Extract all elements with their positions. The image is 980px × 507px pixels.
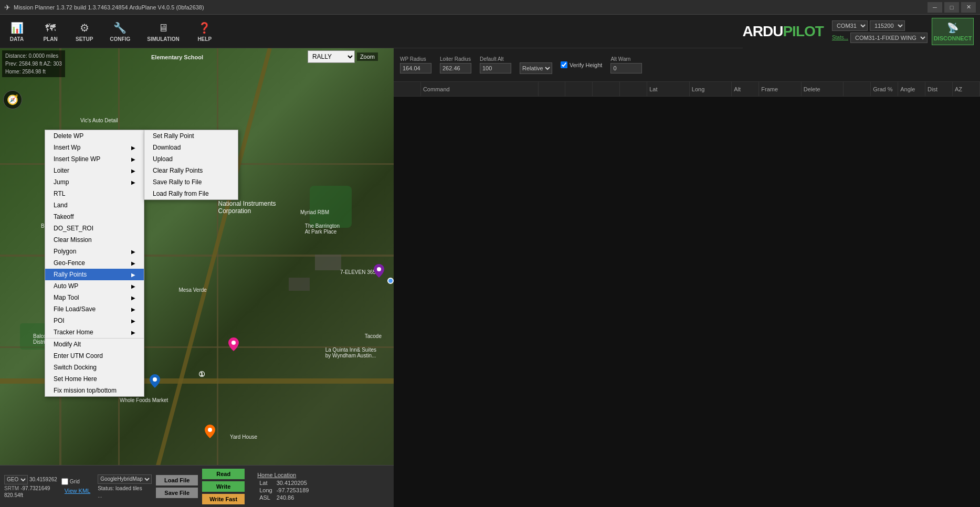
ctx-poi[interactable]: POI ▶ [45,315,144,326]
ctx-land[interactable]: Land [45,199,144,211]
map-label-tacode: Tacode [363,333,383,340]
th-frame-text: Frame [761,86,778,92]
alt-warn-input[interactable] [610,63,642,73]
menu-config[interactable]: 🔧 CONFIG [106,18,134,44]
verify-height-checkbox[interactable] [561,61,567,68]
save-file-button[interactable]: Save File [156,488,198,498]
map-label-school: Elementary School [150,54,205,61]
view-kml-link[interactable]: View KML [61,487,93,495]
ctx-insert-wp[interactable]: Insert Wp ▶ [45,142,144,153]
ctx-delete-wp[interactable]: Delete WP [45,130,144,142]
maximize-button[interactable]: □ [944,2,959,13]
ctx-enter-utm-coord[interactable]: Enter UTM Coord [45,350,144,362]
default-alt-label: Default Alt [480,56,511,62]
svg-point-6 [153,377,157,382]
ctx-label-map-tool: Map Tool [54,294,79,301]
menu-plan[interactable]: 🗺 PLAN [38,18,63,44]
grid-checkbox[interactable] [61,478,68,485]
load-file-button[interactable]: Load File [156,475,198,485]
map-label-yardhouse: Yard House [228,434,259,440]
th-delete: Delete [802,82,844,96]
sub-save-rally-to-file[interactable]: Save Rally to File [144,176,238,188]
coord-mode-select[interactable]: GEO [4,475,28,484]
com-port-select[interactable]: COM31 [832,20,868,31]
menu-data[interactable]: 📊 DATA [4,18,29,44]
map-park [310,186,352,228]
home-lng-value: -97.7253189 [275,487,311,494]
sub-clear-rally-points[interactable]: Clear Rally Points [144,165,238,176]
status-text: Status: loaded tiles [98,485,152,491]
sub-download[interactable]: Download [144,142,238,153]
baud-rate-select[interactable]: 115200 [870,20,905,31]
th-command-text: Command [423,86,450,92]
ctx-map-tool[interactable]: Map Tool ▶ [45,292,144,303]
ctx-polygon[interactable]: Polygon ▶ [45,246,144,257]
ctx-label-poi: POI [54,317,65,324]
ctx-jump[interactable]: Jump ▶ [45,176,144,188]
plan-icon: 🗺 [43,20,58,35]
home-lat-row: Lat 30.4120205 [257,479,311,487]
ctx-loiter[interactable]: Loiter ▶ [45,165,144,176]
wp-table-header: Command Lat Long Alt Frame Delete [394,82,980,97]
sub-upload[interactable]: Upload [144,153,238,165]
ctx-set-home-here[interactable]: Set Home Here [45,373,144,385]
ctx-do-set-roi[interactable]: DO_SET_ROI [45,223,144,234]
menu-setup[interactable]: ⚙ SETUP [71,18,97,44]
vehicle-select[interactable]: COM31-1-FIXED WING [850,33,928,43]
menu-simulation[interactable]: 🖥 SIMULATION [143,18,183,44]
rally-mode-select[interactable]: RALLY [308,50,355,63]
th-lat-text: Lat [649,86,657,92]
ctx-fix-mission-top-bottom[interactable]: Fix mission top/bottom [45,385,144,396]
th-alt-text: Alt [734,86,741,92]
wp-table-body[interactable] [394,97,980,507]
load-save-buttons: Load File Save File [156,475,198,498]
alt-coord-text: 820.54ft [4,492,57,498]
frame-select[interactable]: Relative [520,62,552,74]
ctx-modify-alt[interactable]: Modify Alt [45,338,144,350]
map-label-mesaverde: Mesa Verde [177,287,208,293]
ctx-switch-docking[interactable]: Switch Docking [45,362,144,373]
disconnect-button[interactable]: 📡 DISCONNECT [932,18,974,45]
ctx-rtl[interactable]: RTL [45,188,144,199]
map-type-section: GoogleHybridMap Status: loaded tiles ... [98,474,152,499]
default-alt-input[interactable] [480,63,511,73]
ctx-clear-mission[interactable]: Clear Mission [45,234,144,246]
stats-link[interactable]: Stats... [832,35,848,40]
svg-point-5 [208,428,212,432]
ctx-geo-fence[interactable]: Geo-Fence ▶ [45,257,144,269]
sub-label-load-rally-from-file: Load Rally from File [153,190,209,197]
ctx-label-modify-alt: Modify Alt [54,341,81,348]
minimize-button[interactable]: ─ [928,2,942,13]
th-p1 [539,82,566,96]
ctx-label-switch-docking: Switch Docking [54,364,97,371]
help-icon: ❓ [197,20,212,35]
ctx-takeoff[interactable]: Takeoff [45,211,144,223]
menu-help[interactable]: ❓ HELP [192,18,217,44]
ctx-file-load-save[interactable]: File Load/Save ▶ [45,303,144,315]
loiter-radius-input[interactable] [440,63,471,73]
th-long: Long [690,82,732,96]
ellipsis-text: ... [98,493,152,499]
sub-label-clear-rally-points: Clear Rally Points [153,167,203,174]
loiter-radius-field: Loiter Radius [440,56,471,73]
ctx-tracker-home[interactable]: Tracker Home ▶ [45,326,144,338]
ctx-rally-points[interactable]: Rally Points ▶ [45,269,144,280]
read-button[interactable]: Read [202,469,245,479]
ctx-insert-spline-wp[interactable]: Insert Spline WP ▶ [45,153,144,165]
main-content: Elementary School Vic's Auto Detail Bemi… [0,48,980,507]
map-type-select[interactable]: GoogleHybridMap [98,474,152,484]
com-controls: COM31 115200 Stats... COM31-1-FIXED WING [832,20,928,43]
th-grad-text: Grad % [873,86,892,92]
map-label-laquinta: La Quinta Inn& Suitesby Wyndham Austin..… [324,346,378,359]
wp-radius-input[interactable] [400,63,431,73]
title-text: ✈ Mission Planner 1.3.72 build 1.3.7463.… [4,3,204,12]
ctx-auto-wp[interactable]: Auto WP ▶ [45,280,144,292]
close-button[interactable]: ✕ [961,2,976,13]
map-info: Distance: 0.0000 miles Prev: 2584.98 ft … [2,50,65,77]
sub-set-rally-point[interactable]: Set Rally Point [144,130,238,142]
sub-load-rally-from-file[interactable]: Load Rally from File [144,188,238,199]
grid-checkbox-label[interactable]: Grid [61,478,93,485]
map-panel[interactable]: Elementary School Vic's Auto Detail Bemi… [0,48,394,507]
write-button[interactable]: Write [202,481,245,492]
write-fast-button[interactable]: Write Fast [202,494,245,504]
